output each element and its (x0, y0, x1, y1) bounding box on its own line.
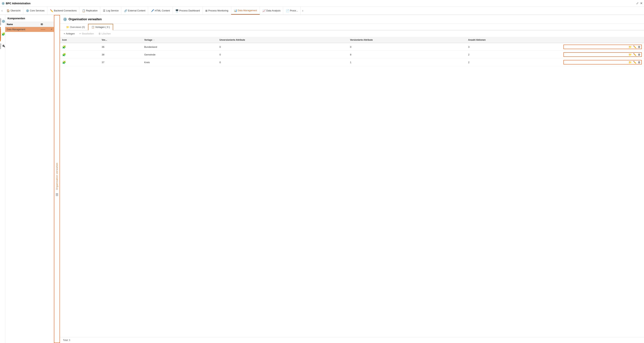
title-bar-right: ⤢ ✕ (636, 2, 642, 5)
action-buttons: 📁 ✏️ 🗑 (564, 45, 642, 49)
cell-versioned: 0 (348, 43, 466, 51)
tab-external-content-label: External Content (128, 9, 145, 12)
anlegen-icon: + (64, 32, 65, 35)
content-header-icon: ⚙️ (63, 17, 67, 21)
cell-vor: 36 (100, 43, 142, 51)
tab-backend-connections[interactable]: ✏️ Backend Connections (48, 7, 80, 15)
tab-external-content[interactable]: 🔗 External Content (122, 7, 148, 15)
plugins-icon: 🔌 (2, 44, 5, 48)
delete-button[interactable]: 🗑 (637, 45, 641, 49)
anlegen-button[interactable]: + Anlegen (63, 32, 76, 36)
delete-button[interactable]: 🗑 (637, 61, 641, 64)
anlegen-label: Anlegen (66, 32, 75, 35)
tab-uebersicht-label: Übersicht (10, 9, 20, 12)
action-buttons: 📁 ✏️ 🗑 (564, 60, 642, 65)
edit-button[interactable]: ✏️ (632, 45, 637, 49)
tab-data-analysis[interactable]: 📈 Data Analysis (260, 7, 284, 15)
th-actions (561, 37, 644, 43)
th-unversioned: Unversionierte Attribute (217, 37, 348, 43)
tab-proce-label: Proce... (290, 9, 298, 12)
sidebar-item-komponenten[interactable]: 🧩 Komponenten (0, 27, 5, 41)
app-icon: ⚙️ (2, 2, 5, 5)
tab-html-content[interactable]: 🖊️ HTML Content (148, 7, 173, 15)
puzzle-icon: 🧩 (62, 45, 66, 49)
bearbeiten-button[interactable]: ✏ Bearbeiten (78, 32, 94, 36)
cell-versioned: 8 (348, 51, 466, 59)
table-row[interactable]: 🧩 36 Bundesland 0 0 3 📁 ✏️ 🗑 (60, 43, 644, 51)
loeschen-label: Löschen (102, 32, 111, 35)
resize-icon[interactable]: ⤢ (636, 2, 638, 5)
tab-replication[interactable]: 📋 Replication (80, 7, 100, 15)
tab-data-management[interactable]: 📊 Data Management (231, 7, 260, 15)
tab-overviews[interactable]: 📁 Overviews (0) (63, 24, 88, 30)
tab-core-services-label: Core Services (30, 9, 44, 12)
content-header: ⚙️ Organisation verwalten (60, 15, 644, 24)
cell-unversioned: 0 (217, 43, 348, 51)
cell-unversioned: 0 (217, 59, 348, 66)
tab-data-analysis-label: Data Analysis (266, 9, 280, 12)
table-row[interactable]: 🧩 38 Gemeinde 0 8 2 📁 ✏️ 🗑 (60, 51, 644, 59)
cell-anzahl: 3 (466, 43, 561, 51)
content-header-title: Organisation verwalten (68, 18, 102, 21)
folder-button[interactable]: 📁 (628, 61, 632, 64)
puzzle-icon: 🧩 (62, 61, 66, 64)
vertical-sidebar[interactable]: Organisation verwalten ☰ (54, 15, 60, 343)
vertical-sidebar-label: Organisation verwalten (56, 161, 58, 191)
delete-button[interactable]: 🗑 (637, 53, 641, 56)
tab-vorlagen[interactable]: 📋 Vorlagen ( 3 ) (88, 24, 113, 30)
cell-vor: 38 (100, 51, 142, 59)
th-vorlage[interactable]: Vorlage ↑ (142, 37, 217, 43)
tab-data-management-label: Data Management (238, 9, 257, 12)
table-row[interactable]: 🧩 37 Kreis 0 1 2 📁 ✏️ 🗑 (60, 59, 644, 66)
table-row[interactable]: Data Management ------ ↗ (5, 27, 54, 32)
cell-icon: 🧩 (60, 59, 100, 66)
nav-next-button[interactable]: › (301, 7, 304, 15)
cell-actions: 📁 ✏️ 🗑 (561, 43, 644, 51)
komponenten-table: Name ID Data Management ------ ↗ (5, 22, 54, 32)
data-analysis-icon: 📈 (262, 9, 266, 12)
core-services-icon: ⚙️ (26, 9, 29, 12)
overviews-icon: 📁 (66, 26, 69, 29)
process-dashboard-icon: 🖥️ (175, 9, 178, 12)
tab-overviews-label: Overviews (0) (70, 26, 85, 29)
backend-connections-icon: ✏️ (50, 9, 53, 12)
nav-prev-button[interactable]: ‹ (0, 7, 4, 15)
table-container: Icon Vor... Vorlage ↑ Unversionierte Att… (60, 37, 644, 337)
allgemein-label: Allgemein (0, 18, 2, 26)
tab-uebersicht[interactable]: 🏠 Übersicht (4, 7, 23, 15)
tab-replication-label: Replication (86, 9, 98, 12)
loeschen-button[interactable]: 🗑 Löschen (98, 32, 112, 36)
sidebar-item-allgemein[interactable]: ⚙️ Allgemein (0, 16, 5, 27)
tab-log-service[interactable]: ☰ Log Service (100, 7, 122, 15)
vorlagen-icon: 📋 (92, 26, 94, 29)
cell-vorlage: Gemeinde (142, 51, 217, 59)
tab-process-dashboard[interactable]: 🖥️ Process Dashboard (173, 7, 203, 15)
tab-process-dashboard-label: Process Dashboard (179, 9, 200, 12)
cell-actions: 📁 ✏️ 🗑 (561, 59, 644, 66)
th-versioned: Versionierte Attribute (348, 37, 466, 43)
close-icon[interactable]: ✕ (640, 2, 642, 5)
cell-vorlage: Kreis (142, 59, 217, 66)
external-link-icon[interactable]: ↗ (50, 28, 52, 31)
sidebar-item-plugins[interactable]: 🔌 Plugins (0, 41, 5, 51)
folder-button[interactable]: 📁 (628, 45, 632, 49)
process-monitoring-icon: ⊞ (205, 9, 208, 12)
tab-core-services[interactable]: ⚙️ Core Services (23, 7, 48, 15)
action-buttons: 📁 ✏️ 🗑 (564, 52, 642, 57)
tab-process-monitoring[interactable]: ⊞ Process Monitoring (203, 7, 231, 15)
replication-icon: 📋 (82, 9, 85, 12)
tab-proce[interactable]: 📄 Proce... (283, 7, 301, 15)
cell-icon: 🧩 (60, 43, 100, 51)
title-bar: ⚙️ BPC Administration ⤢ ✕ (0, 0, 644, 7)
bearbeiten-label: Bearbeiten (82, 32, 94, 35)
edit-button[interactable]: ✏️ (632, 61, 637, 64)
tab-backend-connections-label: Backend Connections (54, 9, 77, 12)
content-toolbar: + Anlegen ✏ Bearbeiten 🗑 Löschen (60, 30, 644, 37)
th-vor: Vor... (100, 37, 142, 43)
tab-vorlagen-label: Vorlagen ( 3 ) (95, 26, 110, 29)
cell-vorlage: Bundesland (142, 43, 217, 51)
edit-button[interactable]: ✏️ (632, 53, 637, 56)
folder-button[interactable]: 📁 (628, 53, 632, 56)
row-id: ------ ↗ (39, 27, 54, 32)
uebersicht-icon: 🏠 (6, 9, 10, 12)
